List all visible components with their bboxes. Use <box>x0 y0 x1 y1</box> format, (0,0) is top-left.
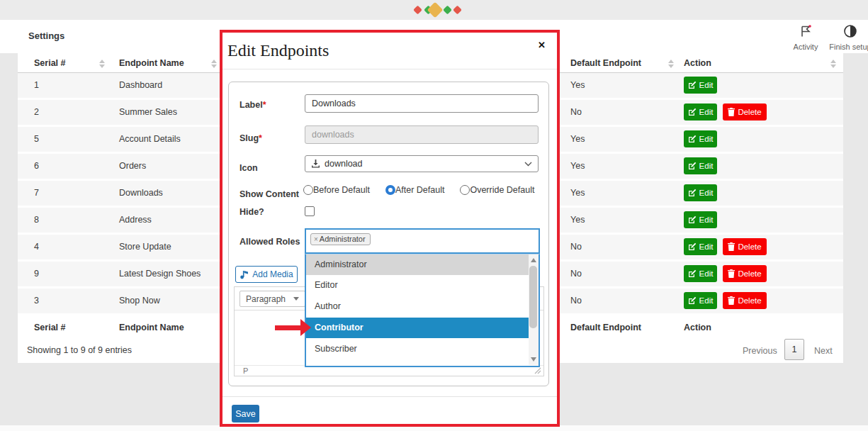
cell-name: Downloads <box>119 188 163 198</box>
column-header-default-endpoint[interactable]: Default Endpoint <box>570 58 641 68</box>
show-content-radio-group: Before Default After Default Override De… <box>303 185 534 195</box>
edit-label: Edit <box>699 269 714 278</box>
sort-icon[interactable] <box>668 60 674 68</box>
radio-label: Override Default <box>470 185 534 195</box>
close-icon[interactable]: ✕ <box>538 40 546 50</box>
allowed-roles-multiselect[interactable]: ×Administrator <box>305 228 540 254</box>
pagination-next[interactable]: Next <box>814 346 833 356</box>
radio-before-default[interactable]: Before Default <box>303 185 370 195</box>
hide-checkbox[interactable] <box>305 206 315 216</box>
pencil-icon <box>688 135 697 143</box>
column-header-serial[interactable]: Serial # <box>34 58 65 68</box>
role-option-author[interactable]: Author <box>306 296 530 317</box>
radio-label: After Default <box>395 185 444 195</box>
download-icon <box>311 159 320 169</box>
edit-button[interactable]: Edit <box>684 238 717 255</box>
edit-label: Edit <box>699 216 714 224</box>
role-tag-label: Administrator <box>320 235 366 243</box>
scroll-up-icon[interactable] <box>531 258 536 262</box>
footer-column-name: Endpoint Name <box>119 323 184 332</box>
icon-select-value: download <box>325 159 363 169</box>
paragraph-select[interactable]: Paragraph <box>239 291 305 307</box>
cell-name: Account Details <box>119 134 181 144</box>
save-button[interactable]: Save <box>232 405 259 422</box>
resize-grip-icon[interactable] <box>534 367 541 374</box>
trash-icon <box>728 242 735 251</box>
role-option-contributor[interactable]: Contributor <box>306 318 530 338</box>
sort-icon[interactable] <box>830 60 836 68</box>
table-summary: Showing 1 to 9 of 9 entries <box>27 345 132 355</box>
allowed-roles-dropdown: Administrator Editor Author Contributor … <box>305 254 540 367</box>
edit-label: Edit <box>699 135 714 143</box>
label-input[interactable]: Downloads <box>305 94 539 113</box>
notification-dot-icon <box>808 25 811 28</box>
delete-button[interactable]: Delete <box>723 292 767 309</box>
edit-button[interactable]: Edit <box>684 157 717 174</box>
cell-name: Address <box>119 215 152 225</box>
cell-serial: 6 <box>34 161 39 171</box>
edit-button[interactable]: Edit <box>684 292 717 309</box>
pencil-icon <box>688 162 697 170</box>
remove-tag-icon[interactable]: × <box>314 235 318 243</box>
trash-icon <box>728 269 735 278</box>
delete-label: Delete <box>738 108 761 116</box>
delete-button[interactable]: Delete <box>723 103 767 121</box>
footer-column-default-endpoint: Default Endpoint <box>570 323 641 332</box>
delete-label: Delete <box>738 296 761 305</box>
diamond-icon <box>413 6 422 15</box>
role-option-subscriber[interactable]: Subscriber <box>306 339 530 359</box>
cell-default: No <box>570 269 582 279</box>
edit-button[interactable]: Edit <box>684 211 717 228</box>
dropdown-arrow-icon <box>293 297 299 301</box>
edit-button[interactable]: Edit <box>684 265 717 282</box>
radio-icon <box>460 185 470 195</box>
scrollbar[interactable] <box>529 254 539 365</box>
pagination-previous[interactable]: Previous <box>743 346 777 356</box>
column-header-action[interactable]: Action <box>684 58 711 68</box>
activity-label: Activity <box>783 43 828 51</box>
cell-default: No <box>570 242 582 252</box>
radio-label: Before Default <box>313 185 370 195</box>
pagination-page-1[interactable]: 1 <box>784 339 804 360</box>
edit-button[interactable]: Edit <box>684 184 717 201</box>
finish-setup-button[interactable]: Finish setup <box>828 24 868 51</box>
slug-field-label: Slug* <box>239 133 262 143</box>
add-media-button[interactable]: Add Media <box>235 266 298 283</box>
cell-name: Shop Now <box>119 296 160 306</box>
pencil-icon <box>688 269 697 278</box>
cell-name: Latest Design Shoes <box>119 269 201 279</box>
column-header-name[interactable]: Endpoint Name <box>119 58 184 68</box>
slug-input: downloads <box>305 125 539 144</box>
modal-footer-divider <box>222 396 557 397</box>
required-asterisk: * <box>259 133 262 143</box>
activity-button[interactable]: Activity <box>783 24 828 51</box>
cell-serial: 8 <box>34 215 39 225</box>
role-option-administrator[interactable]: Administrator <box>306 254 530 275</box>
pencil-icon <box>688 108 697 116</box>
page-title: Settings <box>28 30 64 41</box>
radio-override-default[interactable]: Override Default <box>460 185 534 195</box>
label-field-label: Label* <box>239 100 266 110</box>
edit-button[interactable]: Edit <box>684 103 717 121</box>
delete-button[interactable]: Delete <box>723 265 767 282</box>
scroll-down-icon[interactable] <box>531 357 536 362</box>
radio-after-default[interactable]: After Default <box>385 185 444 195</box>
delete-button[interactable]: Delete <box>723 238 767 255</box>
sort-icon[interactable] <box>99 60 105 68</box>
sort-icon[interactable] <box>211 60 217 68</box>
role-option-editor[interactable]: Editor <box>306 275 530 296</box>
scrollbar-thumb[interactable] <box>529 266 537 328</box>
edit-label: Edit <box>699 81 714 89</box>
role-tag-administrator: ×Administrator <box>310 233 371 245</box>
edit-button[interactable]: Edit <box>684 130 717 147</box>
edit-button[interactable]: Edit <box>684 77 717 94</box>
footer-column-action: Action <box>684 323 711 332</box>
cell-default: Yes <box>570 134 585 144</box>
role-option-customer[interactable]: Customer <box>306 360 530 367</box>
edit-endpoints-modal: Edit Endpoints ✕ Label* Downloads Slug* … <box>220 30 560 427</box>
show-content-label: Show Content <box>239 189 299 199</box>
icon-select[interactable]: download <box>305 155 539 172</box>
cell-serial: 5 <box>34 134 39 144</box>
pencil-icon <box>688 81 697 89</box>
half-circle-icon <box>843 24 857 38</box>
